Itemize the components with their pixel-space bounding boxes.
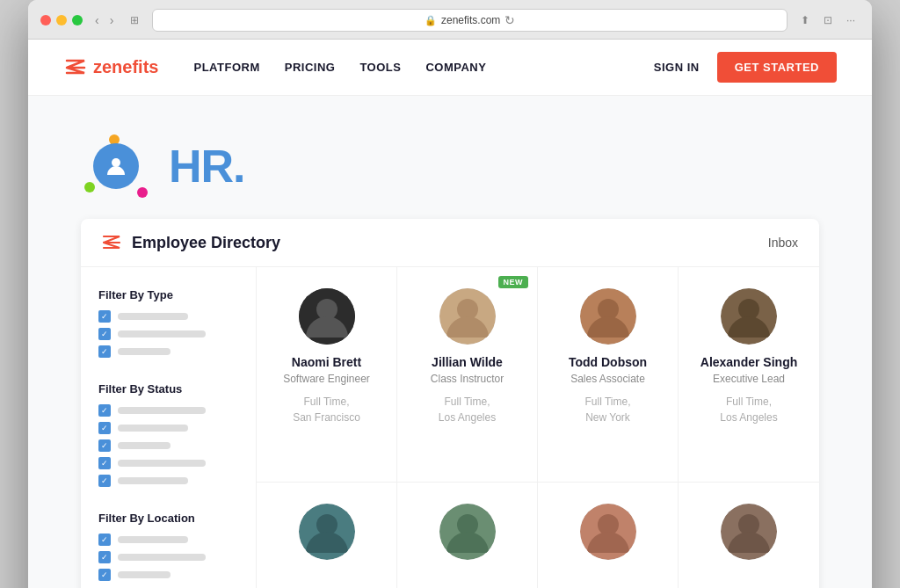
employee-type: Full Time, xyxy=(303,396,349,408)
employee-card-8[interactable] xyxy=(679,483,819,589)
filter-checkbox[interactable] xyxy=(98,328,111,340)
employee-card-alexander-singh[interactable]: Alexander Singh Executive Lead Full Time… xyxy=(679,267,819,483)
nav-platform[interactable]: PLATFORM xyxy=(193,61,259,74)
filter-bar xyxy=(118,536,188,543)
filter-status-item-5[interactable] xyxy=(98,475,238,487)
filter-bar xyxy=(118,330,206,338)
logo-text: zenefits xyxy=(93,57,158,77)
filter-type-title: Filter By Type xyxy=(98,288,238,301)
sign-in-button[interactable]: SIGN IN xyxy=(654,61,700,74)
new-badge: NEW xyxy=(498,276,529,288)
employee-card-jillian-wilde[interactable]: NEW Jillian Wilde Class Instructor xyxy=(397,267,538,483)
employee-details: Full Time, New York xyxy=(552,394,664,425)
filter-checkbox[interactable] xyxy=(98,534,111,546)
zenefits-logo-icon xyxy=(63,55,88,80)
employee-type: Full Time, xyxy=(726,396,772,408)
filter-type-section: Filter By Type xyxy=(98,288,238,358)
employee-card-5[interactable] xyxy=(257,483,397,589)
filter-status-section: Filter By Status xyxy=(98,382,238,487)
filter-checkbox[interactable] xyxy=(98,404,111,417)
refresh-button[interactable]: ↻ xyxy=(504,13,515,27)
hero-person-icon xyxy=(93,143,139,189)
filter-status-item-4[interactable] xyxy=(98,457,238,469)
employee-type: Full Time, xyxy=(444,396,490,408)
filter-type-item-2[interactable] xyxy=(98,328,238,340)
filter-status-item-2[interactable] xyxy=(98,422,238,434)
filter-type-item-1[interactable] xyxy=(98,310,238,323)
nav-links: PLATFORM PRICING TOOLS COMPANY xyxy=(193,61,653,74)
lock-icon: 🔒 xyxy=(425,15,437,26)
logo[interactable]: zenefits xyxy=(63,55,158,80)
avatar xyxy=(439,288,496,345)
hero-icon-cluster xyxy=(81,131,151,201)
avatar-image xyxy=(580,288,636,345)
get-started-button[interactable]: GET STARTED xyxy=(717,52,837,83)
back-button[interactable]: ‹ xyxy=(91,11,103,29)
employee-location: New York xyxy=(585,411,630,424)
share-button[interactable]: ⬆ xyxy=(796,12,814,28)
tabs-button[interactable]: ⊡ xyxy=(819,12,837,28)
avatar-image xyxy=(721,288,777,345)
inbox-link[interactable]: Inbox xyxy=(768,236,798,250)
avatar-image xyxy=(439,288,496,345)
top-nav: zenefits PLATFORM PRICING TOOLS COMPANY … xyxy=(28,40,872,96)
filter-location-section: Filter By Location xyxy=(98,512,238,581)
avatar-image xyxy=(299,504,355,560)
panel-body: Filter By Type xyxy=(81,267,819,588)
employee-card-todd-dobson[interactable]: Todd Dobson Sales Associate Full Time, N… xyxy=(538,267,679,483)
employee-card-naomi-brett[interactable]: Naomi Brett Software Engineer Full Time,… xyxy=(257,267,397,483)
avatar xyxy=(580,504,636,560)
employee-details: Full Time, Los Angeles xyxy=(411,394,523,425)
hero-title: HR. xyxy=(169,140,245,192)
filter-location-item-1[interactable] xyxy=(98,534,238,546)
filter-checkbox[interactable] xyxy=(98,551,111,563)
hero-section: HR. xyxy=(28,96,872,201)
nav-arrows: ‹ › xyxy=(91,11,117,29)
more-button[interactable]: ··· xyxy=(842,12,860,28)
nav-tools[interactable]: TOOLS xyxy=(359,61,401,74)
filter-checkbox[interactable] xyxy=(98,457,111,469)
filter-checkbox[interactable] xyxy=(98,345,111,358)
employee-location: Los Angeles xyxy=(439,411,496,424)
browser-chrome: ‹ › ⊞ 🔒 zenefits.com ↻ ⬆ ⊡ ··· xyxy=(28,0,872,40)
forward-button[interactable]: › xyxy=(106,11,118,29)
employee-role: Class Instructor xyxy=(411,373,523,385)
employee-location: San Francisco xyxy=(293,411,360,424)
browser-actions: ⬆ ⊡ ··· xyxy=(796,12,860,28)
filter-bar xyxy=(118,425,188,432)
filter-checkbox[interactable] xyxy=(98,569,111,581)
filter-checkbox[interactable] xyxy=(98,310,111,323)
filter-bar xyxy=(118,460,206,467)
avatar xyxy=(439,504,496,560)
window-view-button[interactable]: ⊞ xyxy=(126,12,143,28)
nav-pricing[interactable]: PRICING xyxy=(285,61,336,74)
panel-title: Employee Directory xyxy=(132,234,280,252)
filter-status-title: Filter By Status xyxy=(98,382,238,396)
filter-checkbox[interactable] xyxy=(98,439,111,452)
employee-card-7[interactable] xyxy=(538,483,679,589)
filter-location-item-3[interactable] xyxy=(98,569,238,581)
dot-green xyxy=(84,182,95,192)
filter-type-item-3[interactable] xyxy=(98,345,238,358)
filter-checkbox[interactable] xyxy=(98,475,111,487)
avatar-image xyxy=(721,504,777,560)
filter-status-item-1[interactable] xyxy=(98,404,238,417)
traffic-lights xyxy=(40,15,83,25)
nav-company[interactable]: COMPANY xyxy=(425,61,486,74)
employee-details: Full Time, Los Angeles xyxy=(693,394,805,425)
filter-bar xyxy=(118,348,171,355)
address-bar[interactable]: 🔒 zenefits.com ↻ xyxy=(152,9,788,32)
minimize-traffic-light[interactable] xyxy=(56,15,67,25)
main-content: Employee Directory Inbox Filter By Type xyxy=(28,201,872,588)
avatar xyxy=(721,504,777,560)
maximize-traffic-light[interactable] xyxy=(72,15,83,25)
employee-card-6[interactable] xyxy=(397,483,538,589)
employee-name: Naomi Brett xyxy=(271,355,382,369)
filter-checkbox[interactable] xyxy=(98,422,111,434)
filter-location-item-2[interactable] xyxy=(98,551,238,563)
filter-status-item-3[interactable] xyxy=(98,439,238,452)
employee-name: Todd Dobson xyxy=(552,355,664,369)
filter-sidebar: Filter By Type xyxy=(81,267,257,588)
panel-logo-icon xyxy=(102,233,121,252)
close-traffic-light[interactable] xyxy=(40,15,51,25)
